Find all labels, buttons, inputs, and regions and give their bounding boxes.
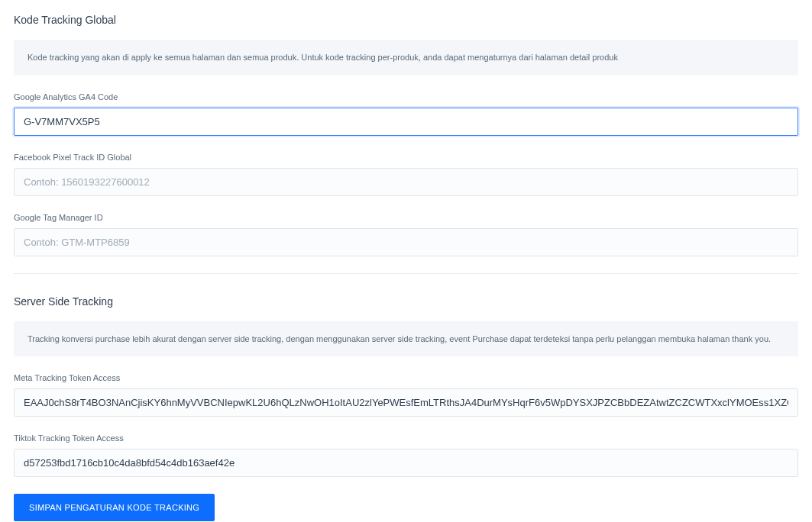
info-box-global-tracking: Kode tracking yang akan di apply ke semu…: [14, 40, 798, 76]
label-ga4: Google Analytics GA4 Code: [14, 92, 798, 102]
section-title-server-side-tracking: Server Side Tracking: [14, 295, 798, 308]
section-divider: [14, 273, 798, 274]
label-tiktok-token: Tiktok Tracking Token Access: [14, 433, 798, 443]
field-group-gtm: Google Tag Manager ID: [14, 213, 798, 256]
label-meta-token: Meta Tracking Token Access: [14, 373, 798, 382]
input-tiktok-token[interactable]: [14, 449, 798, 477]
info-box-server-side-tracking: Tracking konversi purchase lebih akurat …: [14, 321, 798, 357]
field-group-tiktok-token: Tiktok Tracking Token Access: [14, 433, 798, 477]
section-title-global-tracking: Kode Tracking Global: [14, 14, 798, 26]
input-meta-token[interactable]: [14, 388, 798, 417]
field-group-meta-token: Meta Tracking Token Access: [14, 373, 798, 417]
input-gtm-id[interactable]: [14, 228, 798, 256]
field-group-ga4: Google Analytics GA4 Code: [14, 92, 798, 136]
input-ga4-code[interactable]: [14, 108, 798, 136]
label-fb-pixel: Facebook Pixel Track ID Global: [14, 153, 798, 162]
field-group-fb-pixel: Facebook Pixel Track ID Global: [14, 153, 798, 196]
save-button[interactable]: SIMPAN PENGATURAN KODE TRACKING: [14, 494, 215, 521]
label-gtm: Google Tag Manager ID: [14, 213, 798, 222]
input-fb-pixel-id[interactable]: [14, 168, 798, 196]
